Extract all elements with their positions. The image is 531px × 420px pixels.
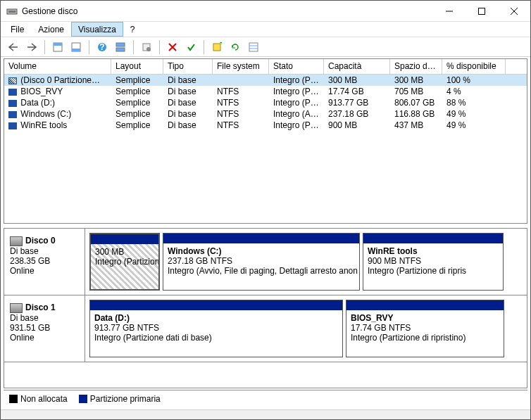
svg-point-2 — [15, 11, 16, 12]
new-volume-icon[interactable]: + — [208, 39, 225, 56]
check-icon[interactable] — [182, 39, 199, 56]
svg-rect-8 — [54, 43, 62, 46]
table-row[interactable]: BIOS_RVYSempliceDi baseNTFSIntegro (P…17… — [4, 86, 527, 97]
minimize-button[interactable] — [433, 1, 466, 22]
svg-rect-14 — [116, 48, 125, 51]
volume-icon — [8, 100, 17, 107]
disk-row: Disco 0Di base238.35 GBOnline300 MBInteg… — [4, 229, 527, 295]
svg-rect-4 — [479, 8, 485, 14]
redo-icon[interactable] — [227, 39, 244, 56]
volume-icon — [8, 111, 17, 118]
svg-rect-10 — [72, 49, 80, 51]
menu-?[interactable]: ? — [123, 22, 142, 37]
col-header[interactable]: File system — [213, 59, 269, 74]
col-header[interactable]: Stato — [269, 59, 324, 74]
disk-header[interactable]: Disco 0Di base238.35 GBOnline — [4, 229, 85, 295]
close-button[interactable] — [498, 1, 530, 22]
legend-unallocated: Non allocata — [20, 394, 68, 404]
properties-icon[interactable] — [138, 39, 155, 56]
layout-icon[interactable] — [112, 39, 129, 56]
volume-icon — [8, 89, 17, 96]
menubar: FileAzioneVisualizza? — [1, 22, 530, 37]
volume-table[interactable]: VolumeLayoutTipoFile systemStatoCapacità… — [4, 58, 527, 224]
table-row[interactable]: Windows (C:)SempliceDi baseNTFSIntegro (… — [4, 108, 527, 120]
svg-text:?: ? — [99, 42, 104, 52]
svg-rect-13 — [116, 43, 125, 46]
view-top-icon[interactable] — [49, 39, 66, 56]
delete-icon[interactable] — [164, 39, 181, 56]
svg-rect-21 — [249, 43, 258, 51]
app-icon — [6, 6, 18, 17]
titlebar: Gestione disco — [1, 1, 530, 22]
svg-text:+: + — [220, 42, 222, 48]
partition[interactable]: Windows (C:)237.18 GB NTFSIntegro (Avvio… — [163, 233, 360, 291]
forward-button[interactable] — [23, 39, 40, 56]
table-row[interactable]: WinRE toolsSempliceDi baseNTFSIntegro (P… — [4, 120, 527, 131]
disk-icon — [10, 236, 23, 246]
partition[interactable]: Data (D:)913.77 GB NTFSIntegro (Partizio… — [89, 300, 343, 357]
table-row[interactable]: (Disco 0 Partizione…SempliceDi baseInteg… — [4, 75, 527, 86]
partition[interactable]: BIOS_RVY17.74 GB NTFSIntegro (Partizione… — [346, 300, 504, 357]
disk-icon — [10, 303, 23, 313]
partition[interactable]: WinRE tools900 MB NTFSIntegro (Partizion… — [363, 233, 504, 291]
status-bar — [1, 409, 530, 419]
disk-graphical-panel[interactable]: Disco 0Di base238.35 GBOnline300 MBInteg… — [4, 228, 527, 388]
help-button[interactable]: ? — [94, 39, 111, 56]
window-title: Gestione disco — [22, 6, 433, 16]
col-header[interactable]: % disponibile — [442, 59, 506, 74]
col-header[interactable]: Capacità — [324, 59, 390, 74]
list-icon[interactable] — [245, 39, 262, 56]
col-header[interactable]: Tipo — [163, 59, 213, 74]
volume-icon — [8, 77, 17, 84]
table-row[interactable]: Data (D:)SempliceDi baseNTFSIntegro (P…9… — [4, 97, 527, 108]
disk-header[interactable]: Disco 1Di base931.51 GBOnline — [4, 295, 85, 362]
col-header[interactable]: Layout — [111, 59, 163, 74]
menu-azione[interactable]: Azione — [31, 22, 71, 37]
volume-icon — [8, 122, 17, 129]
col-header[interactable]: Volume — [4, 59, 111, 74]
svg-rect-1 — [8, 11, 15, 13]
table-header[interactable]: VolumeLayoutTipoFile systemStatoCapacità… — [4, 59, 527, 75]
partition[interactable]: 300 MBIntegro (Partizione di — [89, 233, 160, 291]
back-button[interactable] — [5, 39, 22, 56]
menu-file[interactable]: File — [4, 22, 31, 37]
legend-primary: Partizione primaria — [90, 394, 161, 404]
menu-visualizza[interactable]: Visualizza — [71, 22, 123, 37]
view-bottom-icon[interactable] — [68, 39, 85, 56]
maximize-button[interactable] — [466, 1, 498, 22]
toolbar: ? + — [1, 37, 530, 57]
svg-point-16 — [146, 47, 151, 51]
legend: Non allocata Partizione primaria — [4, 390, 527, 407]
disk-row: Disco 1Di base931.51 GBOnlineData (D:)91… — [4, 295, 527, 362]
col-header[interactable]: Spazio d… — [390, 59, 442, 74]
